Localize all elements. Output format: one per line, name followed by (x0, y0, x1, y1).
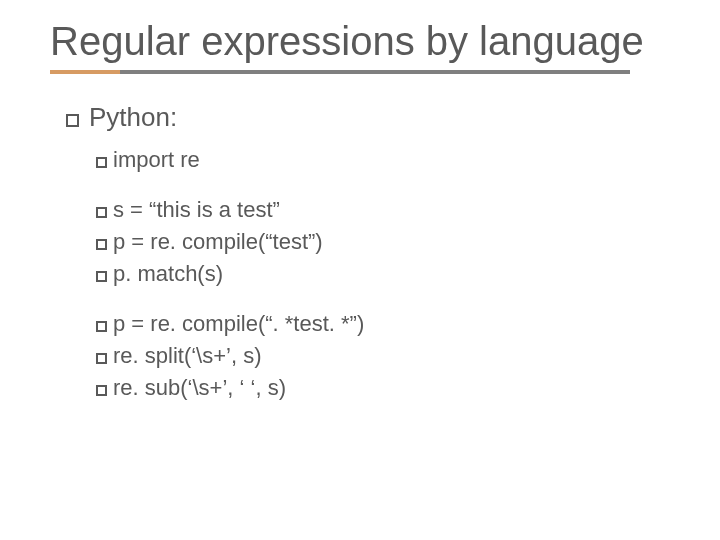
item-text: re. split(‘\s+’, s) (113, 343, 262, 368)
list-item: s = “this is a test” (96, 197, 720, 223)
content-area: Python: import re s = “this is a test” p… (0, 74, 720, 401)
list-item: p = re. compile(“test”) (96, 229, 720, 255)
hollow-square-icon (96, 239, 107, 250)
section-heading: Python: (66, 102, 720, 133)
hollow-square-icon (96, 157, 107, 168)
item-text: p = re. compile(“test”) (113, 229, 323, 254)
group-2: s = “this is a test” p = re. compile(“te… (66, 197, 720, 287)
hollow-square-icon (66, 114, 79, 127)
item-text: re. sub(‘\s+’, ‘ ‘, s) (113, 375, 286, 400)
hollow-square-icon (96, 271, 107, 282)
item-text: import re (113, 147, 200, 172)
list-item: re. sub(‘\s+’, ‘ ‘, s) (96, 375, 720, 401)
underline-main (120, 70, 630, 74)
item-text: p. match(s) (113, 261, 223, 286)
list-item: p. match(s) (96, 261, 720, 287)
item-text: s = “this is a test” (113, 197, 280, 222)
group-3: p = re. compile(“. *test. *”) re. split(… (66, 311, 720, 401)
item-text: p = re. compile(“. *test. *”) (113, 311, 364, 336)
list-item: re. split(‘\s+’, s) (96, 343, 720, 369)
title-underline (50, 70, 630, 74)
group-1: import re (66, 147, 720, 173)
hollow-square-icon (96, 321, 107, 332)
hollow-square-icon (96, 385, 107, 396)
list-item: import re (96, 147, 720, 173)
underline-accent (50, 70, 120, 74)
list-item: p = re. compile(“. *test. *”) (96, 311, 720, 337)
hollow-square-icon (96, 207, 107, 218)
title-area: Regular expressions by language (0, 0, 720, 74)
slide-title: Regular expressions by language (50, 18, 720, 64)
section-heading-text: Python: (89, 102, 177, 132)
hollow-square-icon (96, 353, 107, 364)
